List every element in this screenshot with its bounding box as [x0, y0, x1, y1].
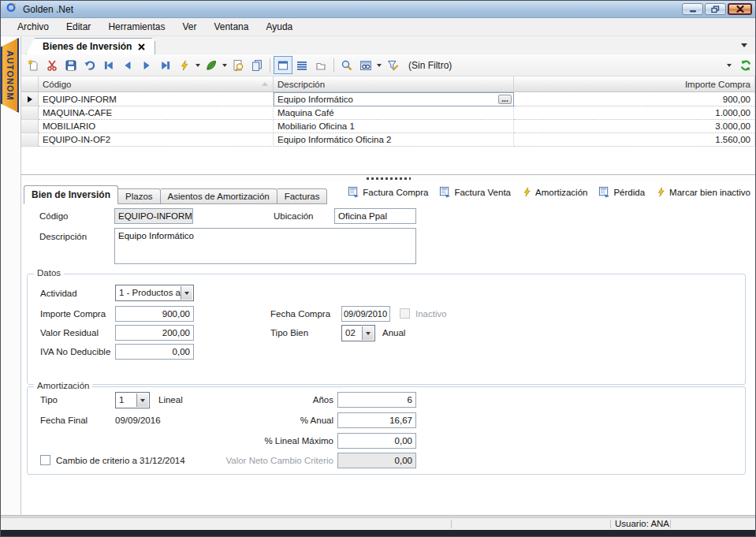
side-tab-label: AUTONOM	[6, 50, 15, 101]
column-header-descripcion[interactable]: Descripción	[274, 76, 514, 92]
column-header-importe-compra[interactable]: Importe Compra	[514, 76, 755, 92]
find-button[interactable]	[356, 56, 375, 74]
cell-codigo[interactable]: MAQUINA-CAFE	[39, 106, 274, 120]
cell-importe[interactable]: 3.000,00	[514, 120, 755, 133]
print-preview-button[interactable]	[229, 56, 248, 74]
find-dropdown-icon[interactable]	[377, 64, 382, 67]
row-selector[interactable]	[21, 92, 39, 106]
factura-venta-button[interactable]: Factura Venta	[439, 186, 511, 198]
undo-button[interactable]	[80, 56, 99, 74]
cell-importe[interactable]: 1.000,00	[514, 106, 755, 120]
ubicacion-field[interactable]: Oficina Ppal	[334, 208, 416, 224]
amortizacion-button[interactable]: Amortización	[522, 187, 587, 197]
menu-archivo[interactable]: Archivo	[9, 18, 58, 36]
codigo-field[interactable]: EQUIPO-INFORM	[114, 208, 193, 224]
tab-bien-de-inversion[interactable]: Bien de Inversión	[24, 185, 118, 204]
filter-edit-button[interactable]	[383, 56, 402, 74]
new-window-button[interactable]	[311, 56, 330, 74]
new-record-button[interactable]	[24, 56, 43, 74]
cell-codigo[interactable]: EQUIPO-INFORM	[39, 92, 274, 106]
tipo-dropdown-button[interactable]	[136, 393, 148, 407]
cell-descripcion[interactable]: Maquina Café	[274, 106, 514, 120]
sort-ascending-icon	[262, 82, 268, 86]
tab-plazos[interactable]: Plazos	[118, 188, 161, 204]
tab-list-dropdown-icon[interactable]	[741, 43, 747, 47]
row-selector[interactable]	[21, 106, 39, 120]
inactivo-checkbox[interactable]	[400, 308, 410, 319]
row-selector[interactable]	[21, 133, 39, 147]
filter-dropdown-icon[interactable]	[727, 64, 732, 67]
splitter-grip-icon	[367, 177, 411, 180]
datos-legend: Datos	[34, 268, 64, 278]
valor-residual-field[interactable]: 200,00	[115, 325, 194, 341]
card-view-button[interactable]	[274, 56, 292, 74]
tab-close-icon[interactable]	[138, 39, 145, 54]
cut-button[interactable]	[43, 56, 61, 74]
marcar-bien-inactivo-button[interactable]: Marcar bien inactivo	[656, 187, 750, 197]
descripcion-field[interactable]: Equipo Informático	[114, 228, 416, 264]
importe-compra-field[interactable]: 900,00	[115, 306, 194, 322]
close-button[interactable]	[728, 3, 752, 15]
side-tab-autonom[interactable]: AUTONOM	[1, 38, 19, 113]
actividad-combobox[interactable]: 1 - Productos a	[115, 285, 194, 301]
menu-ventana[interactable]: Ventana	[205, 18, 257, 36]
menu-editar[interactable]: Editar	[58, 18, 99, 36]
last-record-button[interactable]	[156, 56, 175, 74]
table-row[interactable]: EQUIPO-IN-OF2 Equipo Informático Oficina…	[21, 133, 755, 147]
minimize-button[interactable]	[682, 3, 703, 15]
menu-ayuda[interactable]: Ayuda	[257, 18, 301, 36]
cell-importe[interactable]: 1.560,00	[514, 133, 755, 147]
tab-facturas[interactable]: Facturas	[277, 188, 328, 204]
list-view-button[interactable]	[292, 56, 311, 74]
cell-descripcion[interactable]: Mobiliario Oficina 1	[274, 120, 514, 133]
descripcion-label: Descripción	[39, 232, 87, 241]
restore-button[interactable]	[705, 3, 726, 15]
table-row[interactable]: MOBILIARIO Mobiliario Oficina 1 3.000,00	[21, 120, 755, 133]
fecha-compra-field[interactable]: 09/09/2010	[341, 306, 390, 322]
cell-descripcion[interactable]: Equipo Informático Oficina 2	[274, 133, 514, 147]
perdida-button[interactable]: Pérdida	[598, 186, 645, 198]
factura-compra-button[interactable]: Factura Compra	[348, 186, 428, 198]
eco-button[interactable]	[202, 56, 221, 74]
anios-field[interactable]: 6	[337, 392, 416, 408]
search-button[interactable]	[337, 56, 356, 74]
cell-codigo[interactable]: MOBILIARIO	[39, 120, 274, 133]
copy-button[interactable]	[248, 56, 266, 74]
first-record-button[interactable]	[99, 56, 118, 74]
eco-dropdown-icon[interactable]	[222, 64, 227, 67]
valor-neto-field[interactable]: 0,00	[337, 453, 416, 468]
cell-descripcion-editor[interactable]: Equipo Informático ...	[274, 92, 514, 106]
horizontal-splitter[interactable]	[21, 175, 755, 181]
lightning-icon	[179, 60, 190, 71]
pct-lineal-maximo-field[interactable]: 0,00	[337, 433, 416, 449]
ellipsis-button[interactable]: ...	[498, 95, 512, 104]
pct-anual-field[interactable]: 16,67	[337, 412, 416, 428]
tipo-combobox[interactable]: 1	[115, 392, 150, 408]
cell-codigo[interactable]: EQUIPO-IN-OF2	[39, 133, 274, 147]
save-button[interactable]	[61, 56, 80, 74]
execute-button[interactable]	[175, 56, 194, 74]
menu-ver[interactable]: Ver	[173, 18, 205, 36]
row-selector[interactable]	[21, 120, 39, 133]
tab-asientos-de-amortizacion[interactable]: Asientos de Amortización	[161, 188, 277, 204]
iva-no-deducible-field[interactable]: 0,00	[115, 344, 194, 360]
table-row[interactable]: MAQUINA-CAFE Maquina Café 1.000,00	[21, 106, 755, 120]
table-row[interactable]: EQUIPO-INFORM Equipo Informático ... 900…	[21, 92, 755, 106]
status-bar: Usuario: ANA	[1, 517, 755, 530]
tipo-bien-dropdown-button[interactable]	[362, 326, 374, 340]
tab-bienes-de-inversion[interactable]: Bienes de Inversión	[26, 38, 155, 54]
actividad-dropdown-button[interactable]	[181, 286, 192, 300]
status-separator	[610, 520, 611, 528]
previous-record-button[interactable]	[118, 56, 137, 74]
menu-herramientas[interactable]: Herramientas	[99, 18, 173, 36]
cambio-criterio-checkbox[interactable]	[40, 455, 50, 465]
toolbar: (Sin Filtro)	[21, 54, 755, 76]
refresh-button[interactable]	[736, 56, 755, 74]
column-header-codigo[interactable]: Código	[39, 76, 274, 92]
tipo-bien-combobox[interactable]: 02	[341, 325, 375, 341]
filter-combobox[interactable]: (Sin Filtro)	[405, 57, 736, 74]
lightning-icon	[522, 187, 532, 197]
cell-importe[interactable]: 900,00	[514, 92, 755, 106]
execute-dropdown-icon[interactable]	[196, 64, 200, 67]
next-record-button[interactable]	[137, 56, 156, 74]
